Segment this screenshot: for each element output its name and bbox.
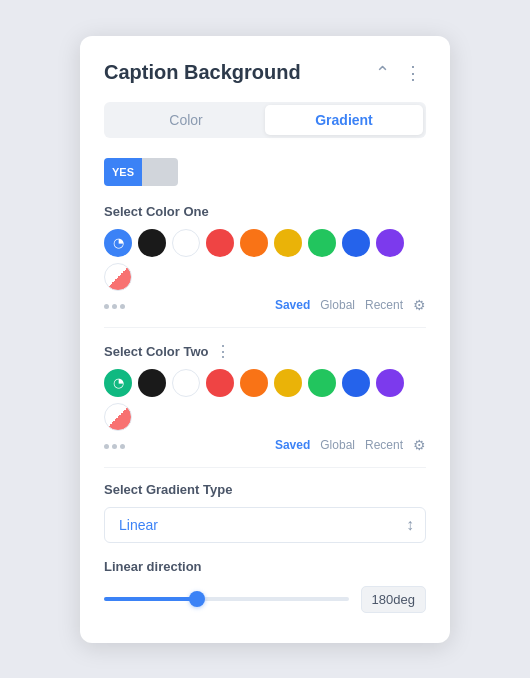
color-one-global-tab[interactable]: Global <box>320 298 355 312</box>
color-two-label: Select Color Two <box>104 344 209 359</box>
color-one-section: Select Color One ◔ Saved Global <box>104 204 426 313</box>
color-two-section: Select Color Two ⋮ ◔ Saved <box>104 342 426 453</box>
color-one-blue[interactable] <box>342 229 370 257</box>
divider-1 <box>104 327 426 328</box>
color-one-purple[interactable] <box>376 229 404 257</box>
color-two-purple[interactable] <box>376 369 404 397</box>
color-one-eyedrop[interactable]: ◔ <box>104 229 132 257</box>
dot <box>112 304 117 309</box>
tab-gradient[interactable]: Gradient <box>265 105 423 135</box>
vertical-dots-icon: ⋮ <box>404 62 422 84</box>
divider-2 <box>104 467 426 468</box>
dot <box>120 444 125 449</box>
color-two-global-tab[interactable]: Global <box>320 438 355 452</box>
color-one-tab-row: Saved Global Recent ⚙ <box>275 297 426 313</box>
color-one-green[interactable] <box>308 229 336 257</box>
slider-row: 180deg <box>104 586 426 613</box>
linear-direction-label: Linear direction <box>104 559 426 574</box>
color-one-swatches: ◔ <box>104 229 426 291</box>
color-one-white[interactable] <box>172 229 200 257</box>
panel-title: Caption Background <box>104 61 301 84</box>
direction-slider-value: 180deg <box>361 586 426 613</box>
color-two-more-icon[interactable]: ⋮ <box>215 342 231 361</box>
toggle-yes-button[interactable]: YES <box>104 158 142 186</box>
color-two-saved-tab[interactable]: Saved <box>275 438 310 452</box>
color-two-swatches: ◔ <box>104 369 426 431</box>
dot <box>104 304 109 309</box>
eyedrop-icon: ◔ <box>113 375 124 390</box>
color-one-yellow[interactable] <box>274 229 302 257</box>
tab-bar: Color Gradient <box>104 102 426 138</box>
linear-direction-section: Linear direction 180deg <box>104 559 426 613</box>
more-options-button[interactable]: ⋮ <box>400 60 426 86</box>
color-two-tab-row: Saved Global Recent ⚙ <box>275 437 426 453</box>
direction-slider-fill <box>104 597 197 601</box>
direction-slider-track[interactable] <box>104 597 349 601</box>
color-two-header: Select Color Two ⋮ <box>104 342 426 361</box>
panel-header: Caption Background ⌃ ⋮ <box>104 60 426 86</box>
gradient-type-select[interactable]: Linear Radial <box>104 507 426 543</box>
header-actions: ⌃ ⋮ <box>371 60 426 86</box>
tab-color[interactable]: Color <box>107 105 265 135</box>
eyedrop-icon: ◔ <box>113 235 124 250</box>
dot <box>112 444 117 449</box>
color-two-orange[interactable] <box>240 369 268 397</box>
chevron-up-icon: ⌃ <box>375 62 390 84</box>
color-two-gear-icon[interactable]: ⚙ <box>413 437 426 453</box>
direction-slider-thumb[interactable] <box>189 591 205 607</box>
color-one-recent-tab[interactable]: Recent <box>365 298 403 312</box>
caption-background-panel: Caption Background ⌃ ⋮ Color Gradient YE… <box>80 36 450 643</box>
color-two-dots <box>104 444 125 449</box>
color-two-white[interactable] <box>172 369 200 397</box>
color-one-gear-icon[interactable]: ⚙ <box>413 297 426 313</box>
color-two-eyedrop[interactable]: ◔ <box>104 369 132 397</box>
color-two-blue[interactable] <box>342 369 370 397</box>
color-two-diagonal[interactable] <box>104 403 132 431</box>
color-two-green[interactable] <box>308 369 336 397</box>
color-one-diagonal[interactable] <box>104 263 132 291</box>
gradient-type-section: Select Gradient Type Linear Radial ↕ <box>104 482 426 543</box>
color-one-black[interactable] <box>138 229 166 257</box>
dot <box>104 444 109 449</box>
gradient-type-label: Select Gradient Type <box>104 482 426 497</box>
color-one-label: Select Color One <box>104 204 426 219</box>
gradient-type-wrapper: Linear Radial ↕ <box>104 507 426 543</box>
color-one-orange[interactable] <box>240 229 268 257</box>
gradient-color-toggle-row: YES <box>104 158 426 186</box>
color-two-yellow[interactable] <box>274 369 302 397</box>
color-two-recent-tab[interactable]: Recent <box>365 438 403 452</box>
color-two-red[interactable] <box>206 369 234 397</box>
color-one-saved-tab[interactable]: Saved <box>275 298 310 312</box>
toggle-group: YES <box>104 158 178 186</box>
collapse-button[interactable]: ⌃ <box>371 60 394 86</box>
dot <box>120 304 125 309</box>
color-one-dots <box>104 304 125 309</box>
toggle-box-button[interactable] <box>142 158 178 186</box>
color-two-black[interactable] <box>138 369 166 397</box>
color-one-red[interactable] <box>206 229 234 257</box>
